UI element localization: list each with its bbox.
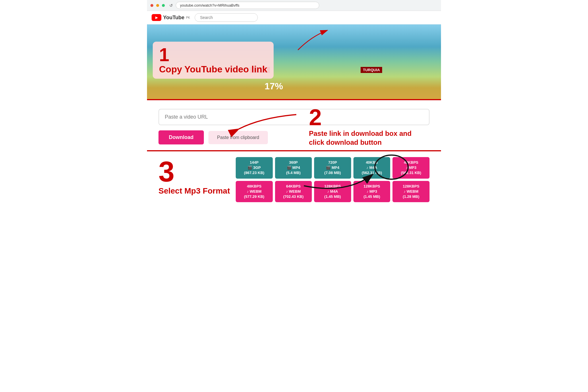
format-size: (562.31 KB)	[355, 170, 389, 175]
format-icon: ♪ M4A	[355, 165, 389, 170]
format-size: (562.31 KB)	[394, 170, 428, 175]
format-128kbps-webm[interactable]: 128KBPS ♪ WEBM (1.28 MB)	[392, 181, 430, 202]
format-quality: 360P	[277, 160, 310, 165]
dot-yellow	[156, 4, 159, 7]
format-size: (1.45 MB)	[355, 194, 389, 199]
section1-youtube: ↺ youtube.com/watch?v=MRihuaBvffs YouTub…	[147, 0, 441, 100]
format-size: (867.23 KB)	[237, 170, 271, 175]
percent-17-label: 17%	[265, 81, 283, 92]
step3-number: 3	[158, 157, 230, 186]
youtube-search-input[interactable]	[195, 13, 258, 22]
format-40kbs-m4a[interactable]: 40KBS ♪ M4A (562.31 KB)	[353, 157, 390, 179]
format-icon: ♪ MP3	[355, 189, 389, 194]
step2-annotation: 2 Paste link in download box and click d…	[309, 106, 424, 147]
format-quality: 48KBPS	[237, 184, 271, 189]
format-quality: 144P	[237, 160, 271, 165]
format-128kbps-mp3[interactable]: 128KBPS ♪ MP3 (1.45 MB)	[353, 181, 390, 202]
turquia-label: TURQUIA	[361, 67, 382, 73]
format-quality: 128KBPS	[394, 184, 428, 189]
format-icon: 🎬 MP4	[316, 165, 349, 170]
format-grid: 144P 🎬 3GP (867.23 KB) 360P 🎬 MP4 (5.4 M…	[236, 157, 435, 202]
url-bar[interactable]: youtube.com/watch?v=MRihuaBvffs	[176, 2, 319, 9]
refresh-icon[interactable]: ↺	[169, 3, 173, 8]
format-720p-mp4[interactable]: 720P 🎬 MP4 (7.08 MB)	[314, 157, 351, 179]
format-48kbps-webm[interactable]: 48KBPS ♪ WEBM (577.29 KB)	[236, 181, 273, 202]
format-quality: 48KBPS	[394, 160, 428, 165]
step2-number: 2	[309, 106, 424, 129]
format-icon: ♪ M4A	[316, 189, 349, 194]
paste-clipboard-button[interactable]: Paste from clipboard	[208, 131, 268, 144]
format-icon: ♪ WEBM	[394, 189, 428, 194]
step1-number: 1	[159, 46, 267, 64]
format-quality: 40KBS	[355, 160, 389, 165]
step3-left: 3 Select Mp3 Format	[158, 157, 230, 196]
browser-bar: ↺ youtube.com/watch?v=MRihuaBvffs	[147, 0, 441, 11]
format-size: (702.43 KB)	[277, 194, 310, 199]
format-quality: 128KBPS	[316, 184, 349, 189]
dot-red	[150, 4, 153, 7]
step1-text: Copy YouTube video link	[159, 64, 267, 75]
format-size: (1.45 MB)	[316, 194, 349, 199]
section2-download: 2 Paste link in download box and click d…	[147, 100, 441, 151]
step2-text: Paste link in download box and click dow…	[309, 129, 424, 147]
format-quality: 720P	[316, 160, 349, 165]
youtube-logo-text: YouTube	[163, 15, 184, 21]
format-144p-3gp[interactable]: 144P 🎬 3GP (867.23 KB)	[236, 157, 273, 179]
youtube-logo-pk: PK	[186, 16, 190, 19]
format-quality: 64KBPS	[277, 184, 310, 189]
format-size: (577.29 KB)	[237, 194, 271, 199]
format-360p-mp4[interactable]: 360P 🎬 MP4 (5.4 MB)	[275, 157, 312, 179]
youtube-header: YouTube PK	[147, 11, 441, 24]
video-thumbnail: ESPANA TURQUIA 17% 1 Copy YouTube video …	[147, 24, 441, 99]
format-size: (5.4 MB)	[277, 170, 310, 175]
download-button[interactable]: Download	[158, 130, 204, 144]
format-128kbps-m4a[interactable]: 128KBPS ♪ M4A (1.45 MB)	[314, 181, 351, 202]
youtube-logo: YouTube PK	[152, 14, 190, 21]
section3-formats: 3 Select Mp3 Format 144P 🎬 3GP (867.23 K…	[147, 151, 441, 208]
youtube-logo-icon	[152, 14, 161, 21]
format-64kbps-webm[interactable]: 64KBPS ♪ WEBM (702.43 KB)	[275, 181, 312, 202]
step3-text: Select Mp3 Format	[158, 186, 230, 196]
format-quality: 128KBPS	[355, 184, 389, 189]
format-icon: ♪ WEBM	[237, 189, 271, 194]
dot-green	[162, 4, 165, 7]
step1-overlay: 1 Copy YouTube video link	[153, 42, 274, 79]
format-size: (1.28 MB)	[394, 194, 428, 199]
format-size: (7.08 MB)	[316, 170, 349, 175]
format-icon: 🎬 MP4	[277, 165, 310, 170]
format-icon: ♪ WEBM	[277, 189, 310, 194]
format-icon: ♪ MP3	[394, 165, 428, 170]
format-icon: 🎬 3GP	[237, 165, 271, 170]
format-48kbps-mp3-row1[interactable]: 48KBPS ♪ MP3 (562.31 KB)	[392, 157, 430, 179]
